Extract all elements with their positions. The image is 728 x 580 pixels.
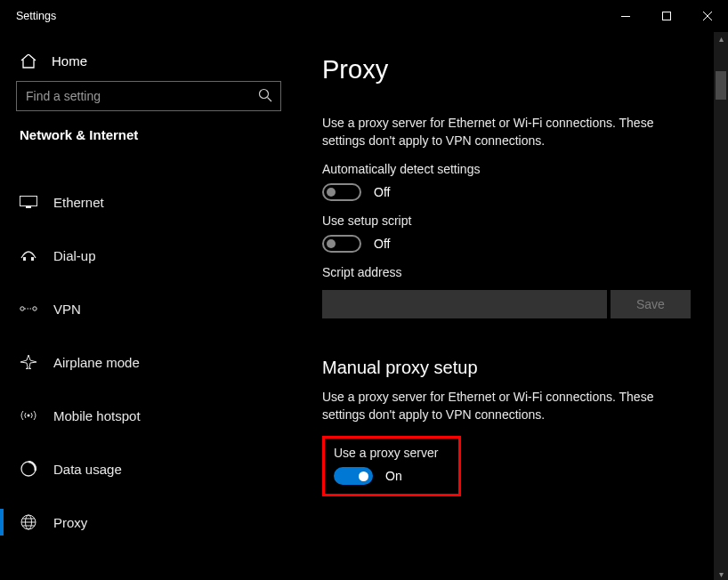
minimize-button[interactable] — [605, 2, 646, 30]
script-address-label: Script address — [322, 265, 703, 279]
data-usage-icon — [20, 461, 37, 477]
proxy-icon — [20, 514, 37, 530]
svg-rect-6 — [20, 197, 37, 206]
nav-label: Mobile hotspot — [53, 408, 141, 423]
nav-list: Ethernet Dial-up VPN Airplane mode — [0, 183, 297, 541]
app-title: Settings — [16, 10, 56, 22]
maximize-button[interactable] — [646, 2, 687, 30]
airplane-icon — [20, 354, 37, 370]
nav-label: Dial-up — [53, 248, 96, 263]
vpn-icon — [20, 301, 37, 317]
sidebar-item-vpn[interactable]: VPN — [0, 290, 297, 327]
search-icon — [258, 88, 272, 102]
sidebar: Home Network & Internet Ethernet Dial-up — [0, 32, 297, 580]
setup-script-toggle[interactable] — [322, 235, 361, 253]
auto-detect-state: Off — [374, 185, 390, 199]
setup-script-state: Off — [374, 237, 390, 251]
sidebar-item-ethernet[interactable]: Ethernet — [0, 183, 297, 221]
use-proxy-state: On — [385, 469, 402, 483]
nav-label: Airplane mode — [53, 355, 140, 370]
svg-point-10 — [20, 307, 24, 310]
dialup-icon — [20, 247, 37, 263]
hotspot-icon — [20, 407, 37, 423]
proxy-description: Use a proxy server for Ethernet or Wi-Fi… — [322, 115, 696, 149]
manual-setup-title: Manual proxy setup — [322, 358, 703, 378]
svg-point-11 — [33, 307, 36, 310]
sidebar-item-airplane[interactable]: Airplane mode — [0, 343, 297, 381]
use-proxy-label: Use a proxy server — [334, 446, 449, 460]
scroll-down-arrow[interactable]: ▾ — [716, 568, 726, 580]
auto-detect-label: Automatically detect settings — [322, 162, 703, 176]
svg-point-4 — [260, 90, 269, 99]
page-title: Proxy — [322, 55, 703, 85]
nav-label: Ethernet — [53, 195, 104, 210]
auto-detect-toggle[interactable] — [322, 183, 361, 201]
script-address-input[interactable] — [322, 290, 607, 318]
nav-label: Proxy — [53, 515, 87, 530]
use-proxy-toggle[interactable] — [334, 467, 373, 485]
highlight-box: Use a proxy server On — [322, 436, 461, 496]
home-icon — [20, 54, 37, 68]
svg-rect-9 — [31, 257, 34, 261]
svg-rect-7 — [26, 206, 31, 208]
save-button[interactable]: Save — [611, 290, 691, 318]
svg-rect-1 — [663, 12, 671, 20]
nav-label: VPN — [53, 302, 81, 317]
svg-rect-8 — [23, 257, 26, 261]
ethernet-icon — [20, 194, 37, 210]
titlebar: Settings — [0, 0, 728, 32]
svg-line-5 — [268, 98, 272, 102]
scroll-thumb[interactable] — [716, 71, 726, 100]
sidebar-item-dialup[interactable]: Dial-up — [0, 237, 297, 274]
manual-description: Use a proxy server for Ethernet or Wi-Fi… — [322, 389, 696, 423]
close-button[interactable] — [687, 2, 728, 30]
scrollbar[interactable]: ▴ ▾ — [714, 32, 728, 580]
window-controls — [605, 2, 728, 30]
sidebar-item-datausage[interactable]: Data usage — [0, 450, 297, 487]
nav-label: Data usage — [53, 462, 122, 477]
main-content: Proxy Use a proxy server for Ethernet or… — [297, 32, 728, 580]
sidebar-item-proxy[interactable]: Proxy — [0, 503, 297, 541]
scroll-up-arrow[interactable]: ▴ — [716, 32, 726, 44]
setup-script-label: Use setup script — [322, 213, 703, 228]
home-nav[interactable]: Home — [0, 46, 297, 81]
svg-point-13 — [28, 415, 30, 417]
sidebar-item-hotspot[interactable]: Mobile hotspot — [0, 397, 297, 434]
home-label: Home — [52, 53, 87, 68]
svg-rect-0 — [621, 16, 630, 17]
section-label: Network & Internet — [0, 127, 297, 153]
search-input[interactable] — [16, 81, 281, 111]
search-wrap — [0, 81, 297, 127]
